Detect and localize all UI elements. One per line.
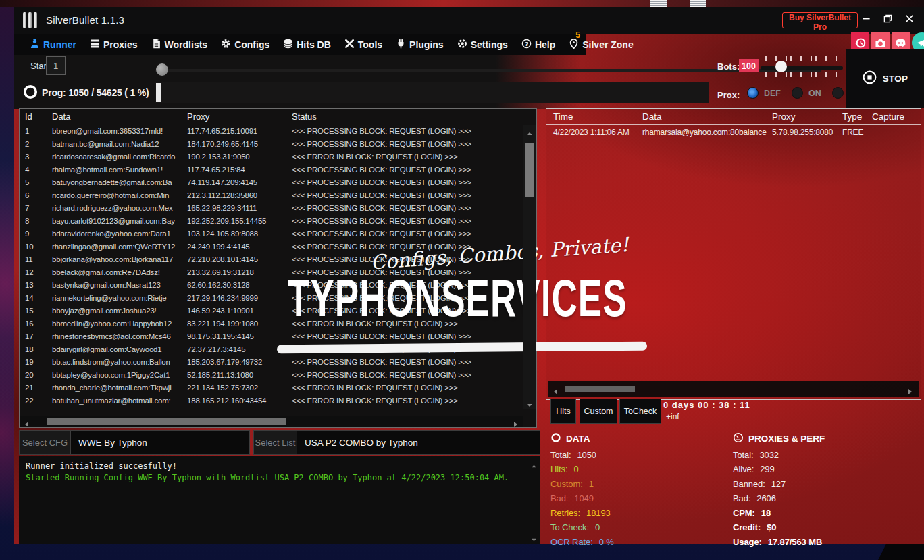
nav-item-help[interactable]: ?Help bbox=[521, 39, 555, 51]
scroll-left-icon[interactable] bbox=[24, 418, 30, 425]
table-row[interactable]: 21rhonda_charle@hotmail.com:Tkpwji221.13… bbox=[20, 381, 523, 394]
nav-item-tools[interactable]: Tools bbox=[344, 39, 382, 51]
nav-item-plugins[interactable]: Plugins bbox=[396, 39, 444, 51]
table-row[interactable]: 5batuyongbernadette@gmail.com:Ba74.119.1… bbox=[20, 176, 523, 188]
cell-proxy: 62.60.162.30:3128 bbox=[187, 281, 292, 289]
cell-status: <<< PROCESSING BLOCK: REQUEST (LOGIN) >>… bbox=[292, 307, 523, 315]
scrollbar-thumb[interactable] bbox=[47, 418, 286, 425]
table-row[interactable]: 16bbmedlin@yahoo.com:Happybob1283.221.19… bbox=[20, 317, 523, 330]
cell-data: batuyongbernadette@gmail.com:Ba bbox=[52, 178, 187, 186]
nav-item-settings[interactable]: Settings bbox=[457, 39, 508, 51]
cell-id: 15 bbox=[25, 307, 52, 315]
tab-tocheck[interactable]: ToCheck bbox=[619, 399, 661, 424]
table-row[interactable]: 18bdairygirl@gmail.com:Caywood172.37.217… bbox=[20, 342, 523, 355]
progress-text: Prog: 1050 / 54625 ( 1 %) bbox=[42, 87, 149, 98]
vertical-scrollbar[interactable] bbox=[523, 125, 536, 409]
horizontal-scrollbar[interactable] bbox=[548, 381, 919, 397]
prox-radio-def[interactable] bbox=[747, 87, 759, 99]
cell-status: <<< PROCESSING BLOCK: REQUEST (LOGIN) >>… bbox=[292, 204, 523, 212]
prox-radio-on[interactable] bbox=[792, 87, 803, 99]
scroll-down-icon[interactable] bbox=[531, 534, 537, 540]
table-row[interactable]: 8bayu.carlot9102123@gmail.com:Bay192.252… bbox=[20, 214, 523, 227]
column-header: Status bbox=[292, 111, 536, 122]
cell-status: <<< ERROR IN BLOCK: REQUEST (LOGIN) >>> bbox=[292, 384, 523, 392]
scroll-right-icon[interactable] bbox=[906, 386, 913, 392]
cell-id: 11 bbox=[25, 255, 52, 263]
scrollbar-thumb[interactable] bbox=[565, 386, 635, 392]
cell-data: rhonda_charle@hotmail.com:Tkpwji bbox=[52, 384, 187, 392]
stop-button[interactable]: STOP bbox=[846, 49, 924, 108]
skip-slider-thumb[interactable] bbox=[156, 63, 168, 76]
horizontal-scrollbar[interactable] bbox=[20, 416, 523, 427]
cell-proxy: 192.252.209.155:14455 bbox=[187, 217, 292, 225]
table-row[interactable]: 2batman.bc@gmail.com:Nadia12184.170.249.… bbox=[20, 137, 523, 150]
buy-pro-button[interactable]: Buy SilverBullet Pro bbox=[782, 12, 858, 28]
bots-slider-track[interactable] bbox=[761, 66, 843, 70]
nav-item-label: Hits DB bbox=[297, 39, 331, 50]
cell-id: 16 bbox=[25, 320, 52, 328]
cell-data: bayu.carlot9102123@gmail.com:Bay bbox=[52, 217, 187, 225]
start-input[interactable] bbox=[46, 56, 66, 75]
table-row[interactable]: 15bboyjaz@gmail.com:Joshua23!146.59.243.… bbox=[20, 304, 523, 317]
cell-data: richard.rodriguezz@yahoo.com:Mex bbox=[52, 204, 187, 212]
scroll-left-icon[interactable] bbox=[553, 386, 559, 392]
svg-text:?: ? bbox=[525, 40, 529, 47]
scroll-up-icon[interactable] bbox=[526, 128, 533, 134]
stat-value: 3032 bbox=[759, 450, 779, 460]
prox-radio-off[interactable] bbox=[832, 87, 844, 99]
scroll-right-icon[interactable] bbox=[512, 418, 519, 425]
table-row[interactable]: 14riannekorteling@yahoo.com:Rietje217.29… bbox=[20, 291, 523, 304]
nav-item-configs[interactable]: Configs bbox=[221, 39, 270, 51]
silverbullet-logo-icon bbox=[23, 11, 41, 29]
cell-id: 17 bbox=[25, 332, 52, 340]
cell-id: 6 bbox=[25, 191, 52, 199]
cell-id: 7 bbox=[25, 204, 52, 212]
table-row[interactable]: 12bbelack@gmail.com:Re7DAdsz!213.32.69.1… bbox=[20, 265, 523, 278]
table-row[interactable]: 7richard.rodriguezz@yahoo.com:Mex165.22.… bbox=[20, 201, 523, 214]
table-row[interactable]: 13bastynka@gmail.com:Nasrat12362.60.162.… bbox=[20, 278, 523, 291]
table-row[interactable]: 20bbtapley@yahoo.com:1Piggy2Cat152.185.2… bbox=[20, 368, 523, 381]
table-row[interactable]: 9bdaravidorenko@yahoo.com:Dara1103.124.1… bbox=[20, 227, 523, 240]
cell-id: 2 bbox=[25, 140, 52, 148]
settings-gear-icon bbox=[457, 39, 467, 51]
scrollbar-thumb[interactable] bbox=[525, 143, 534, 197]
nav-item-runner[interactable]: Runner bbox=[30, 39, 76, 51]
table-row[interactable]: 11bbjorkana@yahoo.com:Bjorkana11772.210.… bbox=[20, 253, 523, 265]
bots-label: Bots: bbox=[717, 61, 740, 72]
nav-item-silver-zone[interactable]: Silver Zone5 bbox=[569, 39, 633, 51]
cell-data: bbjorkana@yahoo.com:Bjorkana117 bbox=[52, 255, 187, 263]
table-row[interactable]: 4rhaima@hotmail.com:Sundown1!117.74.65.2… bbox=[20, 163, 523, 176]
stat-banned: Banned:127 bbox=[733, 479, 908, 489]
table-row[interactable]: 17rhinestonesbymcs@aol.com:Mcs4698.175.3… bbox=[20, 330, 523, 342]
scroll-up-icon[interactable] bbox=[531, 460, 537, 466]
table-header: TimeDataProxyTypeCapture bbox=[546, 109, 921, 125]
nav-notification-badge: 5 bbox=[575, 30, 580, 40]
table-row[interactable]: 6ricardo.guerreiro@hotmail.com:Min212.3.… bbox=[20, 188, 523, 201]
table-row[interactable]: 22batuhan_unutmazlar@hotmail.com:188.165… bbox=[20, 394, 523, 407]
select-cfg-button[interactable]: Select CFG bbox=[20, 431, 71, 454]
data-stats-header: DATA bbox=[550, 432, 726, 445]
table-row[interactable]: 1bbreon@gmail.com:3653317mld!117.74.65.2… bbox=[20, 124, 523, 137]
cell-status: <<< PROCESSING BLOCK: REQUEST (LOGIN) >>… bbox=[292, 166, 523, 174]
nav-item-wordlists[interactable]: Wordlists bbox=[151, 39, 208, 51]
table-row[interactable]: 4/22/2023 1:11:06 AMrhamarsala@yahoo.com… bbox=[546, 125, 921, 139]
stat-value: 0 bbox=[574, 464, 579, 474]
stat-value: 18 bbox=[761, 508, 771, 518]
data-stats-panel: DATA Total:1050Hits:0Custom:1Bad:1049Ret… bbox=[550, 432, 726, 547]
table-row[interactable]: 3ricardosoaresak@gmail.com:Ricardo190.2.… bbox=[20, 150, 523, 163]
bots-slider-thumb[interactable] bbox=[775, 61, 787, 72]
tab-custom[interactable]: Custom bbox=[580, 399, 617, 424]
close-button[interactable] bbox=[898, 9, 920, 30]
database-icon bbox=[283, 39, 293, 51]
tab-hits[interactable]: Hits bbox=[550, 399, 576, 424]
column-header: Type bbox=[842, 111, 872, 122]
table-row[interactable]: 19bb.ac.lindstrom@yahoo.com:Ballon185.20… bbox=[20, 355, 523, 368]
nav-item-proxies[interactable]: Proxies bbox=[90, 39, 138, 51]
maximize-button[interactable] bbox=[877, 9, 898, 30]
table-row[interactable]: 10rhanzlingao@gmail.com:QWeRTY1224.249.1… bbox=[20, 240, 523, 253]
stat-total: Total:1050 bbox=[550, 450, 726, 460]
scroll-down-icon[interactable] bbox=[526, 399, 533, 406]
minimize-button[interactable] bbox=[855, 9, 877, 30]
select-list-button[interactable]: Select List bbox=[254, 431, 297, 454]
nav-item-hits-db[interactable]: Hits DB bbox=[283, 39, 331, 51]
